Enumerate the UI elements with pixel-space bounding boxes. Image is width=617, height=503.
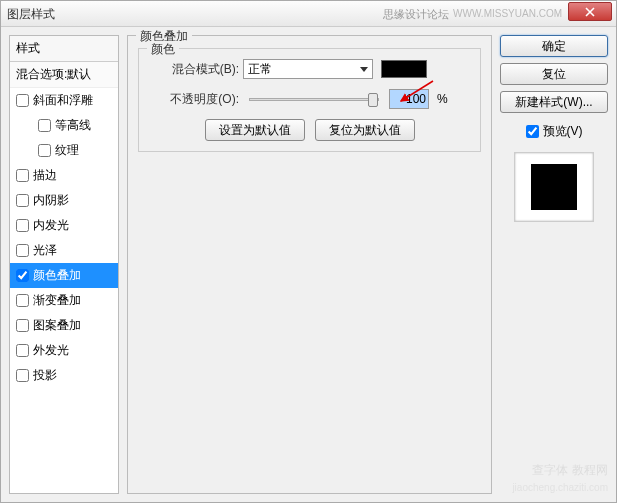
effect-label: 外发光 xyxy=(33,342,69,359)
blend-mode-row: 混合模式(B): 正常 xyxy=(149,59,470,79)
options-panel: 颜色叠加 颜色 混合模式(B): 正常 不透明度(O): xyxy=(127,35,492,494)
effect-gradient-overlay[interactable]: 渐变叠加 xyxy=(10,288,118,313)
blend-mode-dropdown[interactable]: 正常 xyxy=(243,59,373,79)
effect-texture[interactable]: 纹理 xyxy=(10,138,118,163)
effect-color-overlay[interactable]: 颜色叠加 xyxy=(10,263,118,288)
forum-credit: 思缘设计论坛 xyxy=(383,1,449,27)
effect-texture-checkbox[interactable] xyxy=(38,144,51,157)
styles-header[interactable]: 样式 xyxy=(10,36,118,62)
opacity-row: 不透明度(O): % xyxy=(149,89,470,109)
effect-label: 内发光 xyxy=(33,217,69,234)
effect-contour-checkbox[interactable] xyxy=(38,119,51,132)
group-title: 颜色 xyxy=(147,41,179,58)
effect-inner-shadow-checkbox[interactable] xyxy=(16,194,29,207)
defaults-row: 设置为默认值 复位为默认值 xyxy=(149,119,470,141)
effect-label: 图案叠加 xyxy=(33,317,81,334)
blending-options-default[interactable]: 混合选项:默认 xyxy=(10,62,118,88)
styles-panel: 样式 混合选项:默认 斜面和浮雕 等高线 纹理 描边 xyxy=(9,35,119,494)
effect-label: 纹理 xyxy=(55,142,79,159)
titlebar: 图层样式 思缘设计论坛 WWW.MISSYUAN.COM xyxy=(1,1,616,27)
effect-outer-glow[interactable]: 外发光 xyxy=(10,338,118,363)
preview-swatch xyxy=(531,164,577,210)
window-title: 图层样式 xyxy=(5,1,55,27)
effect-outer-glow-checkbox[interactable] xyxy=(16,344,29,357)
effect-label: 斜面和浮雕 xyxy=(33,92,93,109)
preview-checkbox[interactable] xyxy=(526,125,539,138)
blend-mode-value: 正常 xyxy=(248,61,272,78)
color-group: 颜色 混合模式(B): 正常 不透明度(O): xyxy=(138,48,481,152)
effect-pattern-overlay-checkbox[interactable] xyxy=(16,319,29,332)
preview-toggle[interactable]: 预览(V) xyxy=(500,123,608,140)
layer-style-dialog: 图层样式 思缘设计论坛 WWW.MISSYUAN.COM 样式 混合选项:默认 … xyxy=(0,0,617,503)
effect-label: 描边 xyxy=(33,167,57,184)
effect-inner-shadow[interactable]: 内阴影 xyxy=(10,188,118,213)
close-icon xyxy=(585,7,595,17)
effect-stroke-checkbox[interactable] xyxy=(16,169,29,182)
effect-label: 颜色叠加 xyxy=(33,267,81,284)
forum-url: WWW.MISSYUAN.COM xyxy=(453,1,562,27)
effect-label: 投影 xyxy=(33,367,57,384)
effect-label: 内阴影 xyxy=(33,192,69,209)
effect-inner-glow[interactable]: 内发光 xyxy=(10,213,118,238)
effect-stroke[interactable]: 描边 xyxy=(10,163,118,188)
blend-mode-label: 混合模式(B): xyxy=(149,61,239,78)
effect-satin[interactable]: 光泽 xyxy=(10,238,118,263)
preview-box xyxy=(514,152,594,222)
opacity-input[interactable] xyxy=(389,89,429,109)
color-swatch[interactable] xyxy=(381,60,427,78)
effects-list: 斜面和浮雕 等高线 纹理 描边 内阴影 xyxy=(10,88,118,388)
action-panel: 确定 复位 新建样式(W)... 预览(V) xyxy=(500,35,608,494)
close-button[interactable] xyxy=(568,2,612,21)
effect-inner-glow-checkbox[interactable] xyxy=(16,219,29,232)
opacity-label: 不透明度(O): xyxy=(149,91,239,108)
effect-bevel-emboss[interactable]: 斜面和浮雕 xyxy=(10,88,118,113)
preview-label: 预览(V) xyxy=(543,123,583,140)
effect-drop-shadow-checkbox[interactable] xyxy=(16,369,29,382)
effect-contour[interactable]: 等高线 xyxy=(10,113,118,138)
effect-pattern-overlay[interactable]: 图案叠加 xyxy=(10,313,118,338)
effect-satin-checkbox[interactable] xyxy=(16,244,29,257)
effect-bevel-emboss-checkbox[interactable] xyxy=(16,94,29,107)
ok-button[interactable]: 确定 xyxy=(500,35,608,57)
cancel-button[interactable]: 复位 xyxy=(500,63,608,85)
opacity-unit: % xyxy=(437,92,448,106)
chevron-down-icon xyxy=(360,67,368,72)
effect-label: 光泽 xyxy=(33,242,57,259)
effect-label: 等高线 xyxy=(55,117,91,134)
effect-gradient-overlay-checkbox[interactable] xyxy=(16,294,29,307)
effect-drop-shadow[interactable]: 投影 xyxy=(10,363,118,388)
effect-color-overlay-checkbox[interactable] xyxy=(16,269,29,282)
effect-label: 渐变叠加 xyxy=(33,292,81,309)
slider-thumb[interactable] xyxy=(368,93,378,107)
reset-default-button[interactable]: 复位为默认值 xyxy=(315,119,415,141)
make-default-button[interactable]: 设置为默认值 xyxy=(205,119,305,141)
new-style-button[interactable]: 新建样式(W)... xyxy=(500,91,608,113)
dialog-content: 样式 混合选项:默认 斜面和浮雕 等高线 纹理 描边 xyxy=(1,27,616,502)
opacity-slider[interactable] xyxy=(249,98,379,101)
color-overlay-section: 颜色叠加 颜色 混合模式(B): 正常 不透明度(O): xyxy=(127,35,492,494)
